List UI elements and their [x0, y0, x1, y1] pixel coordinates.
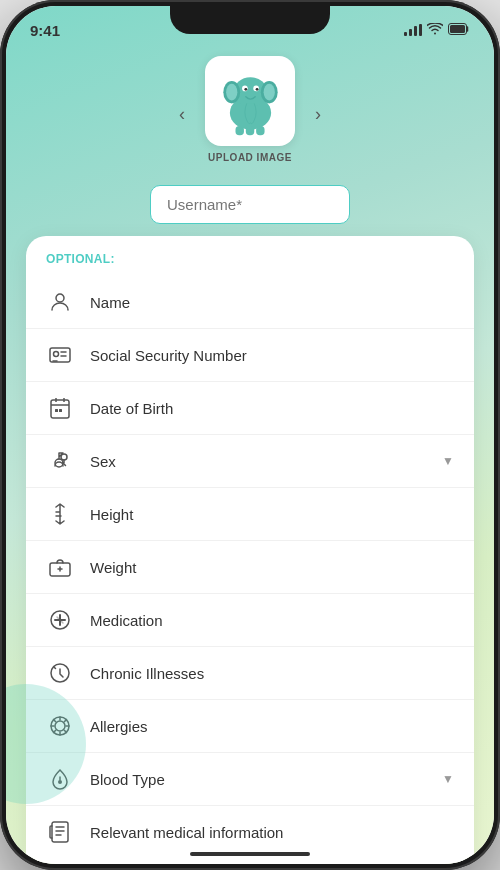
nav-left-arrow[interactable]: ‹: [174, 99, 190, 130]
field-medication[interactable]: Medication: [26, 594, 474, 647]
field-name-label: Name: [90, 294, 454, 311]
field-allergies-label: Allergies: [90, 718, 454, 735]
field-dob-label: Date of Birth: [90, 400, 454, 417]
field-weight-label: Weight: [90, 559, 454, 576]
field-ssn[interactable]: Social Security Number: [26, 329, 474, 382]
signal-icon: [404, 24, 422, 36]
svg-point-22: [61, 454, 67, 460]
id-card-icon: [46, 341, 74, 369]
medical-doc-icon: [46, 818, 74, 846]
notch: [170, 6, 330, 34]
svg-rect-14: [256, 125, 264, 134]
svg-rect-1: [450, 25, 465, 33]
svg-point-17: [54, 352, 59, 357]
field-name[interactable]: Name: [26, 276, 474, 329]
gender-icon: [46, 447, 74, 475]
phone-frame: 9:41: [0, 0, 500, 870]
svg-rect-19: [55, 409, 58, 412]
field-medical-info-label: Relevant medical information: [90, 824, 454, 841]
svg-point-10: [244, 87, 247, 90]
upload-label: UPLOAD IMAGE: [208, 152, 292, 163]
sex-dropdown-arrow: ▼: [442, 454, 454, 468]
calendar-icon: [46, 394, 74, 422]
field-blood[interactable]: Blood Type ▼: [26, 753, 474, 806]
profile-section: ‹: [174, 56, 326, 173]
field-ssn-label: Social Security Number: [90, 347, 454, 364]
form-card: OPTIONAL: Name Social Security Number: [26, 236, 474, 864]
weight-icon: [46, 553, 74, 581]
username-input[interactable]: [150, 185, 350, 224]
status-icons: [404, 23, 470, 38]
field-chronic-label: Chronic Illnesses: [90, 665, 454, 682]
optional-label: OPTIONAL:: [26, 252, 474, 276]
svg-point-6: [226, 83, 237, 100]
elephant-illustration: [213, 64, 288, 139]
battery-icon: [448, 23, 470, 38]
field-chronic[interactable]: Chronic Illnesses: [26, 647, 474, 700]
field-dob[interactable]: Date of Birth: [26, 382, 474, 435]
nav-right-arrow[interactable]: ›: [310, 99, 326, 130]
svg-rect-12: [235, 125, 243, 134]
action-buttons: CANCEL SAVE: [26, 858, 474, 864]
screen: 9:41: [6, 6, 494, 864]
home-indicator: [190, 852, 310, 856]
field-weight[interactable]: Weight: [26, 541, 474, 594]
field-medication-label: Medication: [90, 612, 454, 629]
field-blood-label: Blood Type: [90, 771, 426, 788]
field-allergies[interactable]: Allergies: [26, 700, 474, 753]
svg-point-15: [56, 294, 64, 302]
blood-dropdown-arrow: ▼: [442, 772, 454, 786]
status-time: 9:41: [30, 22, 60, 39]
svg-rect-20: [59, 409, 62, 412]
phone-inner: 9:41: [6, 6, 494, 864]
field-sex-label: Sex: [90, 453, 426, 470]
field-height[interactable]: Height: [26, 488, 474, 541]
field-height-label: Height: [90, 506, 454, 523]
svg-rect-28: [52, 822, 68, 842]
height-icon: [46, 500, 74, 528]
svg-point-11: [255, 87, 258, 90]
chronic-icon: [46, 659, 74, 687]
wifi-icon: [427, 23, 443, 38]
svg-rect-13: [245, 125, 253, 134]
svg-point-7: [263, 83, 274, 100]
person-icon: [46, 288, 74, 316]
field-sex[interactable]: Sex ▼: [26, 435, 474, 488]
profile-image[interactable]: [205, 56, 295, 146]
medication-icon: [46, 606, 74, 634]
field-medical-info[interactable]: Relevant medical information: [26, 806, 474, 858]
